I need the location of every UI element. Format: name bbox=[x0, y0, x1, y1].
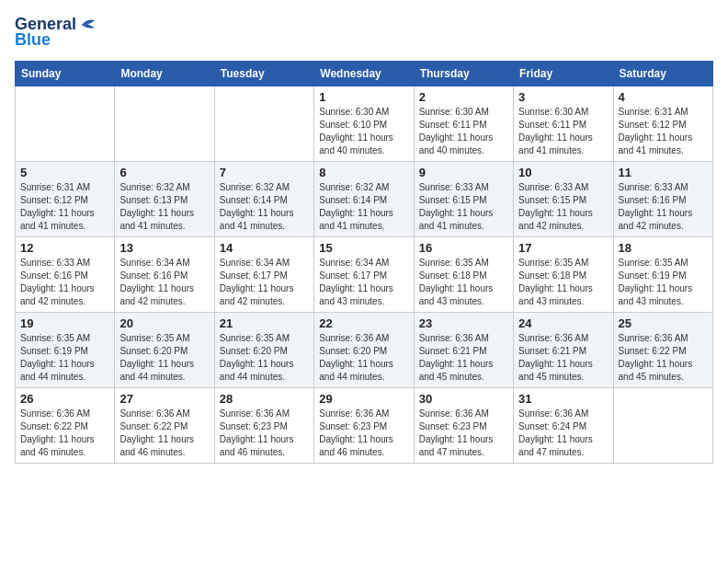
day-number: 15 bbox=[319, 241, 408, 255]
week-row-1: 1Sunrise: 6:30 AMSunset: 6:10 PMDaylight… bbox=[16, 86, 713, 162]
weekday-header-saturday: Saturday bbox=[613, 62, 712, 86]
logo-blue-text: Blue bbox=[15, 30, 51, 50]
calendar-cell: 22Sunrise: 6:36 AMSunset: 6:20 PMDayligh… bbox=[314, 313, 414, 388]
day-number: 2 bbox=[419, 90, 508, 104]
calendar-cell: 3Sunrise: 6:30 AMSunset: 6:11 PMDaylight… bbox=[514, 86, 613, 162]
day-number: 6 bbox=[119, 166, 209, 179]
day-info: Sunrise: 6:33 AMSunset: 6:16 PMDaylight:… bbox=[20, 257, 109, 308]
day-number: 27 bbox=[119, 392, 209, 406]
calendar-cell: 9Sunrise: 6:33 AMSunset: 6:15 PMDaylight… bbox=[414, 162, 513, 237]
calendar-cell: 23Sunrise: 6:36 AMSunset: 6:21 PMDayligh… bbox=[414, 313, 513, 388]
calendar-cell: 16Sunrise: 6:35 AMSunset: 6:18 PMDayligh… bbox=[414, 237, 513, 313]
calendar-cell: 13Sunrise: 6:34 AMSunset: 6:16 PMDayligh… bbox=[115, 237, 214, 313]
day-info: Sunrise: 6:31 AMSunset: 6:12 PMDaylight:… bbox=[20, 181, 109, 233]
day-number: 25 bbox=[619, 316, 708, 330]
week-row-5: 26Sunrise: 6:36 AMSunset: 6:22 PMDayligh… bbox=[16, 388, 713, 464]
day-number: 29 bbox=[319, 392, 408, 406]
calendar-cell: 27Sunrise: 6:36 AMSunset: 6:22 PMDayligh… bbox=[115, 388, 214, 464]
day-number: 24 bbox=[518, 316, 608, 330]
day-info: Sunrise: 6:36 AMSunset: 6:21 PMDaylight:… bbox=[419, 332, 508, 384]
day-info: Sunrise: 6:36 AMSunset: 6:23 PMDaylight:… bbox=[419, 408, 508, 459]
day-info: Sunrise: 6:35 AMSunset: 6:20 PMDaylight:… bbox=[220, 332, 309, 384]
calendar-cell: 11Sunrise: 6:33 AMSunset: 6:16 PMDayligh… bbox=[613, 162, 712, 237]
page-header: General Blue bbox=[15, 15, 713, 50]
calendar-cell: 21Sunrise: 6:35 AMSunset: 6:20 PMDayligh… bbox=[214, 313, 313, 388]
day-info: Sunrise: 6:34 AMSunset: 6:17 PMDaylight:… bbox=[319, 257, 408, 308]
calendar-cell: 4Sunrise: 6:31 AMSunset: 6:12 PMDaylight… bbox=[613, 86, 712, 162]
day-info: Sunrise: 6:35 AMSunset: 6:18 PMDaylight:… bbox=[419, 257, 508, 308]
weekday-header-thursday: Thursday bbox=[414, 62, 513, 86]
day-info: Sunrise: 6:33 AMSunset: 6:15 PMDaylight:… bbox=[518, 181, 608, 233]
calendar-cell: 2Sunrise: 6:30 AMSunset: 6:11 PMDaylight… bbox=[414, 86, 513, 162]
day-info: Sunrise: 6:36 AMSunset: 6:23 PMDaylight:… bbox=[220, 408, 309, 459]
day-number: 13 bbox=[119, 241, 209, 255]
day-number: 21 bbox=[220, 316, 309, 330]
week-row-4: 19Sunrise: 6:35 AMSunset: 6:19 PMDayligh… bbox=[16, 313, 713, 388]
day-info: Sunrise: 6:36 AMSunset: 6:22 PMDaylight:… bbox=[619, 332, 708, 384]
logo: General Blue bbox=[15, 15, 98, 50]
day-number: 19 bbox=[20, 316, 109, 330]
day-info: Sunrise: 6:33 AMSunset: 6:15 PMDaylight:… bbox=[419, 181, 508, 233]
day-number: 31 bbox=[518, 392, 608, 406]
weekday-header-monday: Monday bbox=[115, 62, 214, 86]
calendar-cell bbox=[214, 86, 313, 162]
day-number: 28 bbox=[220, 392, 309, 406]
day-info: Sunrise: 6:30 AMSunset: 6:11 PMDaylight:… bbox=[518, 106, 608, 157]
day-info: Sunrise: 6:32 AMSunset: 6:14 PMDaylight:… bbox=[220, 181, 309, 233]
day-number: 4 bbox=[619, 90, 708, 104]
calendar-cell: 31Sunrise: 6:36 AMSunset: 6:24 PMDayligh… bbox=[514, 388, 613, 464]
day-number: 30 bbox=[419, 392, 508, 406]
calendar-cell: 19Sunrise: 6:35 AMSunset: 6:19 PMDayligh… bbox=[16, 313, 115, 388]
logo-bird-icon bbox=[78, 17, 98, 33]
weekday-header-wednesday: Wednesday bbox=[314, 62, 414, 86]
day-number: 9 bbox=[419, 166, 508, 179]
calendar-table: SundayMondayTuesdayWednesdayThursdayFrid… bbox=[15, 61, 713, 464]
calendar-cell: 15Sunrise: 6:34 AMSunset: 6:17 PMDayligh… bbox=[314, 237, 414, 313]
day-number: 17 bbox=[518, 241, 608, 255]
day-number: 12 bbox=[20, 241, 109, 255]
weekday-header-sunday: Sunday bbox=[16, 62, 115, 86]
calendar-cell: 6Sunrise: 6:32 AMSunset: 6:13 PMDaylight… bbox=[115, 162, 214, 237]
day-number: 5 bbox=[20, 166, 109, 179]
calendar-cell bbox=[115, 86, 214, 162]
calendar-cell: 1Sunrise: 6:30 AMSunset: 6:10 PMDaylight… bbox=[314, 86, 414, 162]
calendar-cell: 8Sunrise: 6:32 AMSunset: 6:14 PMDaylight… bbox=[314, 162, 414, 237]
day-info: Sunrise: 6:36 AMSunset: 6:21 PMDaylight:… bbox=[518, 332, 608, 384]
day-info: Sunrise: 6:36 AMSunset: 6:23 PMDaylight:… bbox=[319, 408, 408, 459]
day-info: Sunrise: 6:35 AMSunset: 6:18 PMDaylight:… bbox=[518, 257, 608, 308]
calendar-cell: 30Sunrise: 6:36 AMSunset: 6:23 PMDayligh… bbox=[414, 388, 513, 464]
calendar-cell: 17Sunrise: 6:35 AMSunset: 6:18 PMDayligh… bbox=[514, 237, 613, 313]
week-row-2: 5Sunrise: 6:31 AMSunset: 6:12 PMDaylight… bbox=[16, 162, 713, 237]
calendar-cell: 20Sunrise: 6:35 AMSunset: 6:20 PMDayligh… bbox=[115, 313, 214, 388]
week-row-3: 12Sunrise: 6:33 AMSunset: 6:16 PMDayligh… bbox=[16, 237, 713, 313]
calendar-cell: 5Sunrise: 6:31 AMSunset: 6:12 PMDaylight… bbox=[16, 162, 115, 237]
day-info: Sunrise: 6:30 AMSunset: 6:10 PMDaylight:… bbox=[319, 106, 408, 157]
day-info: Sunrise: 6:32 AMSunset: 6:13 PMDaylight:… bbox=[119, 181, 209, 233]
day-info: Sunrise: 6:33 AMSunset: 6:16 PMDaylight:… bbox=[619, 181, 708, 233]
day-info: Sunrise: 6:36 AMSunset: 6:22 PMDaylight:… bbox=[119, 408, 209, 459]
day-info: Sunrise: 6:36 AMSunset: 6:24 PMDaylight:… bbox=[518, 408, 608, 459]
calendar-cell: 25Sunrise: 6:36 AMSunset: 6:22 PMDayligh… bbox=[613, 313, 712, 388]
calendar-cell: 10Sunrise: 6:33 AMSunset: 6:15 PMDayligh… bbox=[514, 162, 613, 237]
weekday-header-row: SundayMondayTuesdayWednesdayThursdayFrid… bbox=[16, 62, 713, 86]
calendar-cell: 28Sunrise: 6:36 AMSunset: 6:23 PMDayligh… bbox=[214, 388, 313, 464]
calendar-cell bbox=[16, 86, 115, 162]
day-info: Sunrise: 6:30 AMSunset: 6:11 PMDaylight:… bbox=[419, 106, 508, 157]
day-number: 1 bbox=[319, 90, 408, 104]
calendar-cell: 26Sunrise: 6:36 AMSunset: 6:22 PMDayligh… bbox=[16, 388, 115, 464]
day-number: 11 bbox=[619, 166, 708, 179]
day-number: 10 bbox=[518, 166, 608, 179]
day-number: 16 bbox=[419, 241, 508, 255]
day-number: 23 bbox=[419, 316, 508, 330]
day-info: Sunrise: 6:34 AMSunset: 6:16 PMDaylight:… bbox=[119, 257, 209, 308]
day-number: 8 bbox=[319, 166, 408, 179]
day-number: 22 bbox=[319, 316, 408, 330]
calendar-cell: 18Sunrise: 6:35 AMSunset: 6:19 PMDayligh… bbox=[613, 237, 712, 313]
day-info: Sunrise: 6:35 AMSunset: 6:19 PMDaylight:… bbox=[20, 332, 109, 384]
calendar-cell: 12Sunrise: 6:33 AMSunset: 6:16 PMDayligh… bbox=[16, 237, 115, 313]
calendar-cell: 7Sunrise: 6:32 AMSunset: 6:14 PMDaylight… bbox=[214, 162, 313, 237]
day-info: Sunrise: 6:32 AMSunset: 6:14 PMDaylight:… bbox=[319, 181, 408, 233]
calendar-cell: 14Sunrise: 6:34 AMSunset: 6:17 PMDayligh… bbox=[214, 237, 313, 313]
day-info: Sunrise: 6:35 AMSunset: 6:19 PMDaylight:… bbox=[619, 257, 708, 308]
day-number: 26 bbox=[20, 392, 109, 406]
